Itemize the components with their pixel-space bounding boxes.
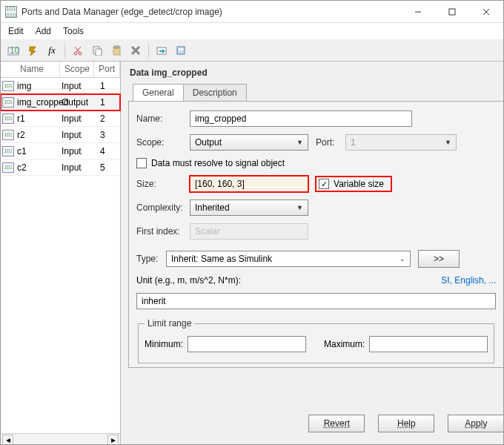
close-button[interactable] <box>469 1 503 23</box>
row-scope: Input <box>62 81 96 91</box>
maximum-input[interactable] <box>369 336 488 352</box>
apply-button[interactable]: Apply <box>448 415 504 432</box>
copy-icon[interactable] <box>89 42 105 59</box>
variable-size-group: ✓ Variable size <box>316 177 391 191</box>
pane-title: Data img_cropped <box>130 67 504 78</box>
type-value: Inherit: Same as Simulink <box>171 254 272 264</box>
tab-strip: General Description <box>133 84 504 102</box>
list-row-c1[interactable]: 101c1Input4 <box>1 143 120 159</box>
row-scope: Output <box>62 97 96 108</box>
minimize-button[interactable] <box>401 1 435 23</box>
units-link[interactable]: SI, English, ... <box>441 275 496 286</box>
label-first-index: First index: <box>136 226 190 237</box>
row-port: 3 <box>96 130 120 140</box>
caret-down-icon: ▼ <box>296 139 303 146</box>
row-name: img_cropped <box>17 97 62 108</box>
row-port: 5 <box>96 162 120 173</box>
label-resolve: Data must resolve to signal object <box>151 158 285 168</box>
label-unit: Unit (e.g., m, m/s^2, N*m): <box>136 275 241 286</box>
label-scope: Scope: <box>136 137 190 148</box>
row-scope: Input <box>62 162 96 173</box>
fx-icon[interactable]: fx <box>44 42 60 59</box>
complexity-select[interactable]: Inherited▼ <box>190 200 308 216</box>
menu-edit[interactable]: Edit <box>8 26 24 36</box>
row-name: c2 <box>17 162 62 173</box>
col-name[interactable]: Name <box>1 62 60 77</box>
revert-button[interactable]: Revert <box>308 415 365 432</box>
limit-range-group: Limit range Minimum: Maximum: <box>138 318 494 363</box>
data-icon: 101 <box>2 146 14 156</box>
col-port[interactable]: Port <box>94 62 120 77</box>
row-scope: Input <box>62 146 96 156</box>
caret-down-icon: ▼ <box>445 139 451 146</box>
paste-icon[interactable] <box>108 42 125 59</box>
label-type: Type: <box>136 254 166 264</box>
cut-icon[interactable] <box>70 42 86 59</box>
separator <box>64 43 65 58</box>
svg-rect-18 <box>179 48 183 50</box>
caret-down-icon: ⌄ <box>399 255 405 263</box>
row-port: 4 <box>96 146 120 156</box>
tab-panel-general: Name: Scope: Output▼ Port: 1▼ Data must … <box>128 101 504 368</box>
minimum-input[interactable] <box>188 336 306 352</box>
list-body: 101imgInput1101img_croppedOutput1101r1In… <box>1 78 120 433</box>
row-scope: Input <box>62 113 96 124</box>
row-port: 1 <box>96 81 120 91</box>
list-row-r1[interactable]: 101r1Input2 <box>1 111 120 127</box>
goto-icon[interactable] <box>153 42 170 59</box>
title-bar: 101010 Ports and Data Manager (edge_dete… <box>1 1 503 23</box>
unit-input[interactable] <box>136 293 496 309</box>
label-limit-range: Limit range <box>145 318 194 329</box>
properties-pane: Data img_cropped General Description Nam… <box>121 62 504 445</box>
scroll-right-icon[interactable]: ▸ <box>107 435 119 446</box>
delete-icon[interactable] <box>127 42 144 59</box>
variable-size-checkbox[interactable]: ✓ <box>319 179 329 189</box>
label-variable-size: Variable size <box>334 179 384 189</box>
window-title: Ports and Data Manager (edge_detect/crop… <box>21 7 401 17</box>
show-block-icon[interactable] <box>173 42 189 59</box>
row-name: c1 <box>17 146 62 156</box>
svg-rect-13 <box>115 46 119 48</box>
list-row-img[interactable]: 101imgInput1 <box>1 78 120 94</box>
row-scope: Input <box>62 130 96 140</box>
first-index-input <box>190 223 308 240</box>
tab-description[interactable]: Description <box>183 84 247 102</box>
svg-rect-11 <box>96 49 102 56</box>
scope-value: Output <box>195 137 222 148</box>
scope-select[interactable]: Output▼ <box>190 134 308 151</box>
list-header: Name Scope Port <box>1 62 120 78</box>
scroll-left-icon[interactable]: ◂ <box>2 435 13 446</box>
help-button[interactable]: Help <box>378 415 434 432</box>
svg-rect-1 <box>449 9 455 15</box>
row-port: 1 <box>96 97 120 108</box>
label-minimum: Minimum: <box>145 339 183 349</box>
menu-tools[interactable]: Tools <box>63 26 84 36</box>
data-icon: 101 <box>2 97 14 108</box>
name-input[interactable] <box>190 111 412 127</box>
col-scope[interactable]: Scope <box>60 62 94 77</box>
row-name: img <box>17 81 62 91</box>
separator <box>148 43 149 58</box>
menu-add[interactable]: Add <box>36 26 51 36</box>
port-select: 1▼ <box>345 134 457 151</box>
list-row-img_cropped[interactable]: 101img_croppedOutput1 <box>1 94 120 111</box>
svg-point-6 <box>74 52 77 55</box>
maximize-button[interactable] <box>435 1 469 23</box>
work-area: Name Scope Port 101imgInput1101img_cropp… <box>1 62 503 445</box>
resolve-checkbox[interactable] <box>136 158 147 168</box>
size-input[interactable] <box>190 176 308 192</box>
row-port: 2 <box>96 113 120 124</box>
type-assistant-button[interactable]: >> <box>418 250 460 268</box>
row-name: r1 <box>17 113 62 124</box>
dialog-buttons: Revert Help Apply <box>128 404 504 445</box>
list-row-c2[interactable]: 101c2Input5 <box>1 159 120 176</box>
label-maximum: Maximum: <box>324 339 365 349</box>
type-select[interactable]: Inherit: Same as Simulink⌄ <box>166 251 411 267</box>
add-event-icon[interactable] <box>24 42 41 59</box>
add-data-icon[interactable]: 101 <box>5 42 21 59</box>
hscrollbar[interactable]: ◂ ▸ <box>1 433 120 445</box>
list-row-r2[interactable]: 101r2Input3 <box>1 127 120 143</box>
tab-general[interactable]: General <box>133 84 184 102</box>
complexity-value: Inherited <box>195 202 230 213</box>
port-value: 1 <box>351 137 356 148</box>
